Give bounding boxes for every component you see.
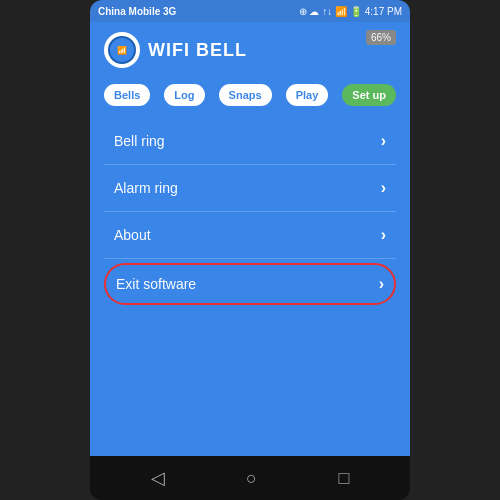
menu-item-bell-ring[interactable]: Bell ring › (104, 118, 396, 165)
app-area: 📶 WIFI BELL 66% Bells Log Snaps Play Set… (90, 22, 410, 456)
bottom-nav: ◁ ○ □ (90, 456, 410, 500)
menu-item-bell-ring-label: Bell ring (114, 133, 165, 149)
app-title: WIFI BELL (148, 40, 247, 61)
chevron-icon-alarm-ring: › (381, 179, 386, 197)
chevron-icon-bell-ring: › (381, 132, 386, 150)
tab-setup[interactable]: Set up (342, 84, 396, 106)
status-icons: ⊕ ☁ ↑↓ 📶 🔋 (299, 6, 362, 17)
menu-item-alarm-ring-label: Alarm ring (114, 180, 178, 196)
battery-badge: 66% (366, 30, 396, 45)
menu-list: Bell ring › Alarm ring › About › Exit so… (90, 118, 410, 456)
app-logo: 📶 (104, 32, 140, 68)
nav-tabs: Bells Log Snaps Play Set up (90, 78, 410, 118)
menu-item-alarm-ring[interactable]: Alarm ring › (104, 165, 396, 212)
status-bar: China Mobile 3G ⊕ ☁ ↑↓ 📶 🔋 4:17 PM (90, 0, 410, 22)
chevron-icon-about: › (381, 226, 386, 244)
app-logo-inner: 📶 (108, 36, 136, 64)
home-button[interactable]: ○ (234, 462, 269, 495)
tab-bells[interactable]: Bells (104, 84, 150, 106)
phone-container: China Mobile 3G ⊕ ☁ ↑↓ 📶 🔋 4:17 PM 📶 WIF… (90, 0, 410, 500)
status-right: ⊕ ☁ ↑↓ 📶 🔋 4:17 PM (299, 6, 402, 17)
carrier-text: China Mobile 3G (98, 6, 176, 17)
menu-item-about-label: About (114, 227, 151, 243)
tab-log[interactable]: Log (164, 84, 204, 106)
tab-play[interactable]: Play (286, 84, 329, 106)
back-button[interactable]: ◁ (139, 461, 177, 495)
recent-button[interactable]: □ (326, 462, 361, 495)
menu-item-exit-label: Exit software (116, 276, 196, 292)
menu-item-exit[interactable]: Exit software › (104, 263, 396, 305)
time-text: 4:17 PM (365, 6, 402, 17)
tab-snaps[interactable]: Snaps (219, 84, 272, 106)
logo-icon: 📶 (117, 46, 127, 55)
app-header: 📶 WIFI BELL 66% (90, 22, 410, 78)
chevron-icon-exit: › (379, 275, 384, 293)
menu-item-about[interactable]: About › (104, 212, 396, 259)
